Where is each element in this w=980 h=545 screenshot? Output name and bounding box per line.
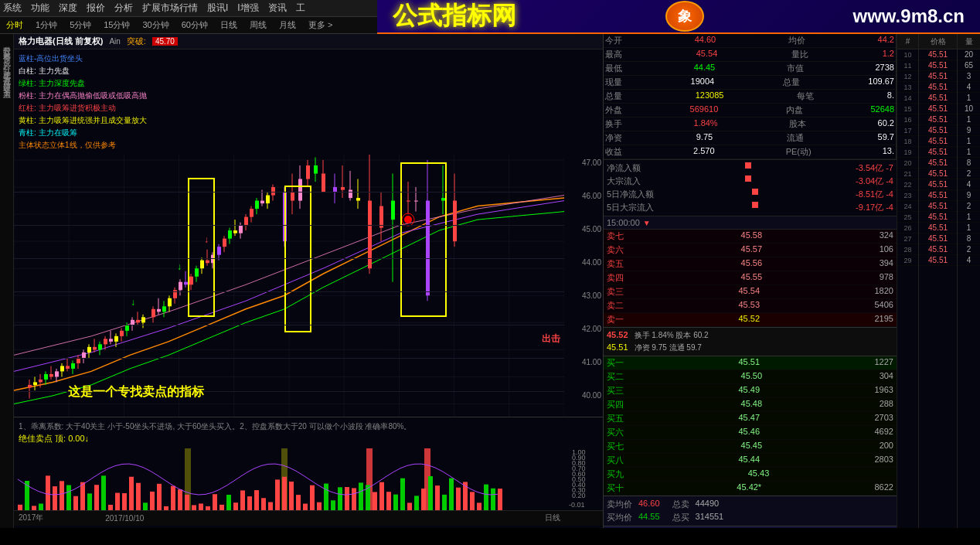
ts-v-18: 8: [958, 233, 980, 244]
menu-system[interactable]: 系统: [3, 2, 22, 15]
nf-val2: -3.04亿 -4: [856, 175, 893, 187]
ts-v-4: 4: [958, 82, 980, 93]
stat-vol-val: 1.2: [883, 49, 894, 60]
buy-6-price: 45.46: [738, 427, 760, 438]
ts-p-15: 45.51: [919, 201, 957, 212]
rn-19: 19: [897, 147, 918, 158]
timeframe-month[interactable]: 月线: [276, 19, 299, 32]
timeframe-week[interactable]: 周线: [247, 19, 270, 32]
ts-p-10: 45.51: [919, 147, 957, 158]
menu-function[interactable]: 功能: [31, 2, 49, 15]
buy-row-1: 买一 45.51 1227: [604, 356, 897, 370]
date-mid: 2017/10/10: [105, 514, 144, 523]
sell-1-vol: 2195: [875, 314, 893, 325]
menu-info[interactable]: 资讯: [268, 2, 287, 15]
ts-v-7: 1: [958, 114, 980, 125]
ts-p-16: 45.51: [919, 212, 957, 223]
rn-21: 21: [897, 169, 918, 179]
menu-more[interactable]: 工: [296, 2, 305, 15]
sell-3-vol: 1820: [875, 286, 893, 298]
sell-row-2: 卖二 45.53 5406: [604, 299, 897, 313]
price-45: 45.00: [582, 225, 601, 233]
left-sidebar: 分时表 基本资料 成长 分红 龙虎榜 万众资讯 超级评 主力大单: [0, 34, 14, 528]
legend-orange-bar: 主体状态立体1线，仅供参考: [19, 141, 116, 149]
sell-row-4: 卖四 45.55 978: [604, 271, 897, 285]
timeframe-15m[interactable]: 15分钟: [100, 19, 133, 32]
sell-row-5: 卖五 45.56 394: [604, 257, 897, 271]
rn-16: 16: [897, 114, 918, 125]
ts-v-5: 1: [958, 93, 980, 104]
buy-row-6: 买六 45.46 4692: [604, 426, 897, 440]
ts-v-13: 4: [958, 179, 980, 190]
sell-5-price: 45.56: [741, 258, 763, 270]
ts-p-13: 45.51: [919, 179, 957, 190]
menu-depth[interactable]: 深度: [59, 2, 77, 15]
buy-8-price: 45.44: [738, 455, 760, 466]
timeframe-more[interactable]: 更多 >: [305, 19, 335, 32]
stat-per-label: 每笔: [797, 90, 814, 102]
header-banner: 公式指标网 象 www.9m8.cn: [377, 0, 980, 34]
stat-mcap-label: 市值: [787, 63, 804, 74]
nf-val3: -8.51亿 -4: [856, 189, 893, 200]
ts-v-15: 2: [958, 201, 980, 212]
menu-market[interactable]: 扩展市场行情: [142, 2, 198, 15]
candlestick-chart[interactable]: 47.00 46.00 45.00 44.00 43.00 42.00 41.0…: [14, 155, 603, 417]
menu-enhance[interactable]: I增强: [237, 2, 258, 15]
avg-prices: 卖均价 46.60 总卖 44490 买均价 44.55 总买 314551: [604, 496, 897, 526]
ts-vol-col: 量 20 65 3 4 1 10 1 9 1 1 8 2 4 9 2 1 1 8…: [957, 34, 980, 528]
sell-avg-label: 卖均价: [607, 499, 632, 510]
stat-open-label: 今开: [605, 35, 622, 46]
timeframe-30m[interactable]: 30分钟: [140, 19, 172, 32]
buy-9-label: 买九: [607, 468, 624, 480]
nf-label2: 大宗流入: [607, 175, 641, 187]
sell-6-price: 45.57: [741, 244, 763, 256]
buy-1-price: 45.51: [738, 357, 760, 369]
timeframe-fen[interactable]: 分时: [3, 19, 26, 32]
price-40: 40.00: [582, 391, 601, 400]
timeframe-day[interactable]: 日线: [217, 19, 240, 32]
menu-news1[interactable]: 股讯I: [207, 2, 228, 15]
nf-val1: -3.54亿 -7: [856, 162, 893, 174]
timeframe-5m[interactable]: 5分钟: [66, 19, 94, 32]
timeframe-60m[interactable]: 60分钟: [179, 19, 211, 32]
mid-ask-change: 换手 1.84% 股本 60.2: [635, 330, 709, 341]
sell-3-label: 卖三: [607, 286, 624, 298]
info-line1: 1、乖离系数: 大于40关主 小于-50坐头不进场, 大于60坐头买入。2、控盘…: [19, 421, 598, 432]
ts-v-3: 3: [958, 71, 980, 82]
ts-p-3: 45.51: [919, 71, 957, 82]
timeframe-1m[interactable]: 1分钟: [32, 19, 60, 32]
mid-ask-price: 45.52: [607, 330, 628, 341]
ts-p-9: 45.51: [919, 136, 957, 147]
buy-row-5: 买五 45.47 2703: [604, 412, 897, 426]
sell-row-7: 卖七 45.58 324: [604, 230, 897, 244]
main-chart-canvas[interactable]: [14, 155, 564, 417]
ts-v-19: 2: [958, 244, 980, 255]
legend-green-bar: 绿柱: 主力深度先盘: [19, 79, 85, 87]
buy-avg-row: 买均价 44.55 总买 314551: [607, 511, 893, 524]
view-all-button[interactable]: 查看全速千档盘口: [604, 526, 897, 528]
rn-12: 12: [897, 71, 918, 82]
chart-out-label: 出击: [542, 332, 560, 346]
ts-v-2: 65: [958, 60, 980, 71]
buy-row-4: 买四 45.48 288: [604, 398, 897, 412]
buy-10-label: 买十: [607, 482, 624, 494]
sell-row-3: 卖三 45.54 1820: [604, 285, 897, 299]
ts-v-10: 1: [958, 147, 980, 158]
legend-red-bar: 红柱: 主力吸筹进货积极主动: [19, 104, 116, 112]
row-numbers: # 10 11 12 13 14 15 16 17 18 19 20 21 22…: [897, 34, 918, 528]
ts-p-18: 45.51: [919, 233, 957, 244]
mid-row-ask: 45.52 换手 1.84% 股本 60.2: [607, 329, 893, 342]
legend-yellow-bar: 黄柱: 主力吸筹进统强并且成交量放大: [19, 116, 147, 124]
menu-quote[interactable]: 报价: [87, 2, 105, 15]
buy-2-vol: 304: [880, 371, 893, 383]
stat-low: 最低 44.45 市值 2738: [604, 62, 896, 76]
sell-1-label: 卖一: [607, 314, 624, 325]
mid-bid-price: 45.51: [607, 342, 628, 353]
buy-10-vol: 8622: [875, 482, 893, 494]
menu-analysis[interactable]: 分析: [114, 2, 133, 15]
nf-label4: 5日大宗流入: [607, 202, 654, 213]
legend-area: 蓝柱-高位出货坐头 白柱: 主力先盘 绿柱: 主力深度先盘 粉柱: 主力在偶高抛…: [14, 49, 603, 155]
buy-9-price: 45.43: [748, 468, 770, 480]
buy-5-price: 45.47: [738, 413, 760, 424]
nf-label1: 净流入额: [607, 162, 641, 174]
